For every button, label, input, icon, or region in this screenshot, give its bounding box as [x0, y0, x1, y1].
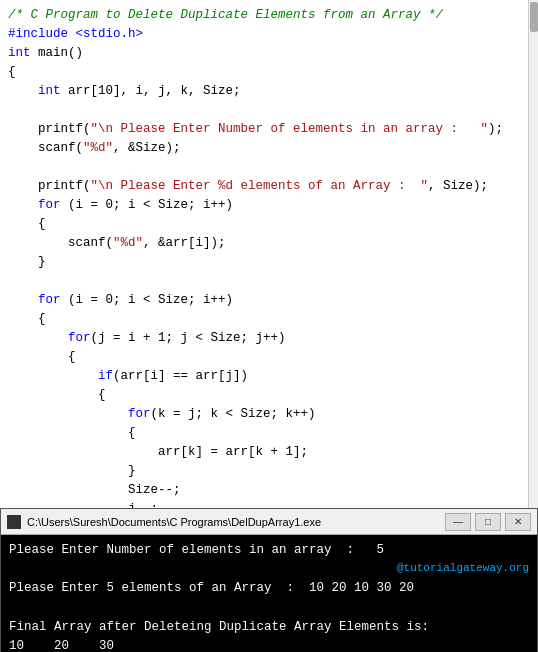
code-line-16: for (i = 0; i < Size; i++) [8, 291, 530, 310]
code-line-25: } [8, 462, 530, 481]
code-line-13: scanf("%d", &arr[i]); [8, 234, 530, 253]
code-line-23: { [8, 424, 530, 443]
maximize-button[interactable]: □ [475, 513, 501, 531]
code-line-20: if(arr[i] == arr[j]) [8, 367, 530, 386]
code-area: /* C Program to Delete Duplicate Element… [0, 0, 538, 508]
titlebar-controls: — □ ✕ [445, 513, 531, 531]
terminal-window: C:\Users\Suresh\Documents\C Programs\Del… [0, 508, 538, 652]
terminal-line-3 [9, 599, 529, 618]
terminal-line-2: Please Enter 5 elements of an Array : 10… [9, 579, 529, 598]
terminal-line-5: 10 20 30 [9, 637, 529, 652]
code-line-9 [8, 158, 530, 177]
code-line-22: for(k = j; k < Size; k++) [8, 405, 530, 424]
code-line-21: { [8, 386, 530, 405]
code-line-19: { [8, 348, 530, 367]
code-line-1: /* C Program to Delete Duplicate Element… [8, 6, 530, 25]
code-line-18: for(j = i + 1; j < Size; j++) [8, 329, 530, 348]
terminal-line-4: Final Array after Deleteing Duplicate Ar… [9, 618, 529, 637]
minimize-button[interactable]: — [445, 513, 471, 531]
code-line-26: Size--; [8, 481, 530, 500]
code-line-3: int main() [8, 44, 530, 63]
code-line-12: { [8, 215, 530, 234]
title-icon [7, 515, 21, 529]
code-line-15 [8, 272, 530, 291]
code-line-27: j--; [8, 500, 530, 508]
code-line-10: printf("\n Please Enter %d elements of a… [8, 177, 530, 196]
code-line-6 [8, 101, 530, 120]
code-line-24: arr[k] = arr[k + 1]; [8, 443, 530, 462]
code-line-4: { [8, 63, 530, 82]
terminal-titlebar: C:\Users\Suresh\Documents\C Programs\Del… [1, 509, 537, 535]
terminal-body: Please Enter Number of elements in an ar… [1, 535, 537, 652]
terminal-watermark: @tutorialgateway.org [9, 558, 529, 579]
close-button[interactable]: ✕ [505, 513, 531, 531]
scrollbar[interactable] [528, 0, 538, 508]
code-line-7: printf("\n Please Enter Number of elemen… [8, 120, 530, 139]
code-line-2: #include <stdio.h> [8, 25, 530, 44]
code-line-8: scanf("%d", &Size); [8, 139, 530, 158]
code-line-5: int arr[10], i, j, k, Size; [8, 82, 530, 101]
code-line-11: for (i = 0; i < Size; i++) [8, 196, 530, 215]
code-line-17: { [8, 310, 530, 329]
code-line-14: } [8, 253, 530, 272]
scrollbar-thumb[interactable] [530, 2, 538, 32]
terminal-title: C:\Users\Suresh\Documents\C Programs\Del… [27, 516, 445, 528]
